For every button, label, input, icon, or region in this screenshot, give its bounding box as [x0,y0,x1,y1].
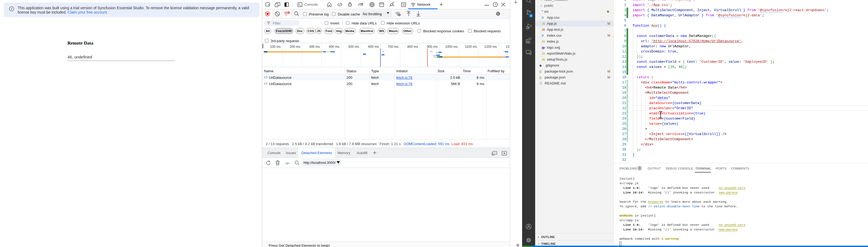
svg-text:?: ? [494,3,496,6]
svg-text:i: i [11,7,12,11]
